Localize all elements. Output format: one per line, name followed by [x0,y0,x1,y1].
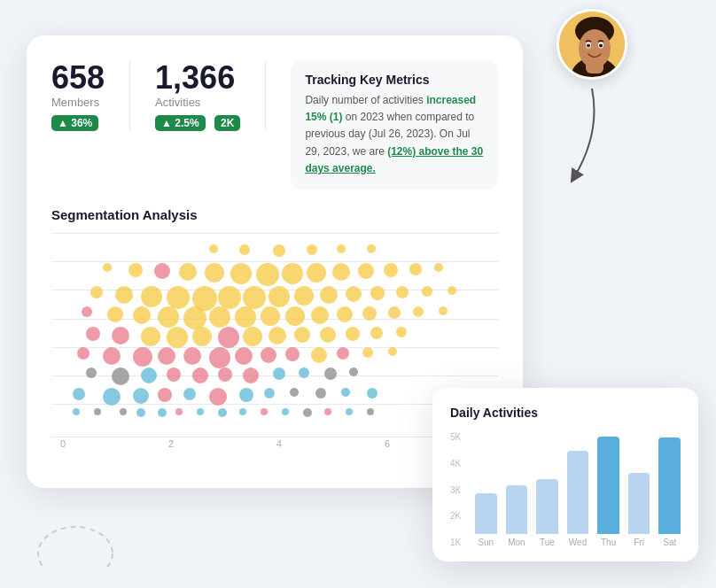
activities-badge2: 2K [214,115,240,131]
scatter-dot [439,306,448,315]
y-label-1k: 1K [450,538,461,547]
seg-title: Segmentation Analysis [51,207,498,222]
bar [597,437,619,534]
bar-label: Sat [663,538,676,547]
scatter-dot [90,286,103,298]
grid-line [51,233,498,234]
scatter-dot [192,286,217,311]
scatter-dot [384,263,398,277]
scatter-dot [158,408,167,417]
bar-label: Tue [540,538,555,547]
bar-label: Sun [478,538,494,547]
scatter-dot [192,327,212,346]
members-label: Members [51,96,105,109]
scatter-dot [315,388,326,398]
bar-label: Mon [508,538,525,547]
scatter-dot [73,388,85,400]
scatter-dot [192,368,208,383]
scatter-dot [218,286,241,309]
scatter-dot [154,263,170,279]
bar-group: Fri [628,473,650,547]
scatter-dot [239,408,246,415]
members-badge: ▲ 36% [51,115,98,131]
scatter-dot [264,388,275,398]
tracking-title: Tracking Key Metrics [305,73,484,87]
scatter-dot [367,388,377,398]
scatter-dot [285,347,300,361]
scatter-dot [358,263,374,279]
scatter-dot [268,327,286,344]
bar [628,473,650,534]
scatter-dot [396,286,409,298]
scatter-dot [261,408,268,415]
scatter-dot [141,286,162,307]
y-label-3k: 3K [450,485,461,495]
scatter-dot [332,263,350,281]
scatter-dot [311,347,327,363]
scatter-dot [367,408,374,415]
scatter-dot [103,388,121,406]
scatter-dot [337,306,353,322]
scatter-dot [261,306,280,326]
scatter-dot [282,263,303,284]
svg-point-7 [587,44,590,48]
scatter-dot [273,244,285,257]
scatter-dot [107,306,123,322]
grid-line [51,261,498,262]
activities-stat: 1,366 Activities ▲ 2.5% 2K [155,60,266,131]
scatter-dot [112,327,129,344]
members-value: 658 [51,60,105,96]
bar-group: Mon [506,485,528,547]
bar-group: Sat [658,437,681,547]
scatter-dot [103,347,121,365]
seg-chart: 0 2 4 6 8 [51,233,498,463]
scatter-dot [136,408,145,417]
bar [475,493,497,534]
y-axis: 5K 4K 3K 2K 1K [450,432,461,547]
bar-label: Thu [601,538,616,547]
bar [506,485,528,534]
scatter-dot [448,286,456,295]
scatter-dot [73,408,80,415]
scatter-dot [367,244,376,253]
grid-line [51,347,498,348]
grid-line [51,404,498,405]
scatter-dot [409,263,422,275]
scatter-dot [209,306,230,328]
bar [567,451,589,534]
scatter-dot [346,408,353,415]
bar-group: Sun [475,493,497,547]
scatter-dot [341,388,350,397]
scatter-dot [256,263,279,286]
scatter-dot [235,347,253,365]
scatter-dot [183,347,201,365]
y-label-5k: 5K [450,432,461,442]
scatter-dot [94,408,101,415]
scatter-dot [290,388,299,397]
daily-title: Daily Activities [450,406,681,420]
scatter-dot [261,347,276,363]
scatter-dot [133,347,152,367]
highlight-increased: increased 15% (1) [305,94,476,123]
bar [658,437,681,534]
scatter-dot [115,286,133,304]
activities-value: 1,366 [155,60,240,96]
svg-point-8 [599,44,603,48]
bar-chart: SunMonTueWedThuFriSat [475,432,681,547]
scatter-dot [218,327,239,348]
scatter-dot [175,408,183,415]
svg-point-9 [38,527,113,567]
scatter-dot [320,327,336,343]
scatter-dot [167,327,188,348]
tracking-text: Daily number of activities increased 15%… [305,92,484,177]
scatter-dot [128,263,143,277]
scatter-dot [179,263,197,281]
avatar [556,9,627,80]
bar-group: Wed [567,451,589,547]
scatter-dot [158,347,175,365]
x-label-0: 0 [60,438,66,449]
scatter-dot [141,327,160,346]
scatter-dot [294,327,310,343]
scatter-dot [324,368,337,380]
scatter-dot [86,368,97,378]
